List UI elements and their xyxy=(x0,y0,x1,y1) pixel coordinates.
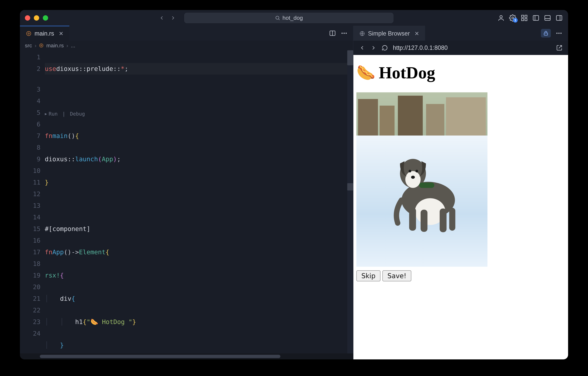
svg-point-19 xyxy=(346,33,347,34)
svg-point-36 xyxy=(415,170,418,172)
titlebar-right-icons: 1 xyxy=(497,14,563,22)
svg-rect-29 xyxy=(409,208,416,231)
dog-illustration xyxy=(386,142,462,235)
browser-url-input[interactable]: http://127.0.0.1:8080 xyxy=(393,44,551,51)
editor-tabs: main.rs ✕ xyxy=(20,26,353,41)
browser-editor-actions xyxy=(541,26,568,41)
minimap[interactable] xyxy=(347,50,353,354)
more-actions-icon[interactable] xyxy=(556,30,562,37)
tab-close-icon[interactable]: ✕ xyxy=(414,30,419,37)
lock-icon[interactable] xyxy=(541,29,551,38)
search-text: hot_dog xyxy=(283,15,303,21)
hotdog-emoji-icon: 🌭 xyxy=(356,64,376,82)
window-controls xyxy=(25,15,48,21)
history-nav xyxy=(158,15,176,21)
rendered-page: 🌭 HotDog xyxy=(356,63,565,281)
code-content[interactable]: use dioxus::prelude::*; ▶Run | Debug fn … xyxy=(45,50,353,354)
titlebar: hot_dog 1 xyxy=(20,10,568,26)
svg-point-35 xyxy=(409,170,411,172)
open-external-icon[interactable] xyxy=(556,45,562,51)
page-title: 🌭 HotDog xyxy=(356,63,565,82)
svg-point-0 xyxy=(276,16,279,19)
save-button[interactable]: Save! xyxy=(382,270,411,281)
svg-rect-5 xyxy=(522,18,524,21)
toggle-secondary-sidebar-icon[interactable] xyxy=(555,14,563,22)
globe-icon xyxy=(359,31,365,36)
dog-image xyxy=(356,92,487,267)
svg-point-14 xyxy=(28,33,30,34)
svg-rect-7 xyxy=(533,15,539,20)
settings-badge: 1 xyxy=(513,18,518,22)
browser-reload-button[interactable] xyxy=(382,45,388,51)
command-center-search[interactable]: hot_dog xyxy=(184,13,393,23)
browser-tabs: Simple Browser ✕ xyxy=(353,26,568,41)
svg-rect-23 xyxy=(544,33,548,35)
svg-rect-11 xyxy=(556,15,562,20)
svg-point-37 xyxy=(411,176,415,179)
search-icon xyxy=(275,15,280,21)
browser-back-button[interactable] xyxy=(359,45,365,51)
svg-point-17 xyxy=(341,33,343,34)
svg-point-34 xyxy=(405,171,420,188)
svg-rect-4 xyxy=(525,15,527,17)
layout-customize-icon[interactable] xyxy=(520,14,528,22)
tab-filename: main.rs xyxy=(34,30,54,37)
rust-file-icon xyxy=(26,31,32,36)
svg-point-21 xyxy=(41,45,42,46)
chevron-right-icon: › xyxy=(35,43,36,49)
browser-pane: Simple Browser ✕ xyxy=(353,26,568,359)
back-button[interactable] xyxy=(158,15,165,21)
svg-point-2 xyxy=(512,17,514,19)
svg-point-26 xyxy=(560,33,562,34)
codelens-run-debug[interactable]: ▶Run | Debug xyxy=(45,110,353,118)
page-title-text: HotDog xyxy=(379,63,435,82)
svg-rect-38 xyxy=(419,183,434,188)
tab-close-icon[interactable]: ✕ xyxy=(59,30,63,37)
svg-point-24 xyxy=(556,33,557,34)
breadcrumb-folder: src xyxy=(25,43,32,49)
browser-forward-button[interactable] xyxy=(370,45,377,51)
svg-rect-32 xyxy=(449,208,455,231)
tab-simple-browser[interactable]: Simple Browser ✕ xyxy=(353,26,425,41)
chevron-right-icon: › xyxy=(66,43,68,49)
tab-main-rs[interactable]: main.rs ✕ xyxy=(20,26,69,41)
horizontal-scrollbar[interactable] xyxy=(20,354,353,359)
code-editor[interactable]: 1 2 3 4 5 6 7 8 9 10 11 12 13 14 15 16 xyxy=(20,50,353,354)
svg-point-20 xyxy=(40,44,43,47)
breadcrumb-file: main.rs xyxy=(46,43,64,49)
svg-rect-30 xyxy=(420,210,427,232)
svg-point-13 xyxy=(27,31,31,36)
editor-body: main.rs ✕ src › xyxy=(20,26,568,359)
editor-actions xyxy=(329,26,353,41)
editor-pane: main.rs ✕ src › xyxy=(20,26,353,359)
skip-button[interactable]: Skip xyxy=(356,270,380,281)
zoom-window-button[interactable] xyxy=(43,15,48,21)
svg-rect-3 xyxy=(522,15,524,17)
close-window-button[interactable] xyxy=(25,15,30,21)
svg-point-1 xyxy=(500,15,502,18)
account-icon[interactable] xyxy=(497,14,505,22)
rust-file-icon xyxy=(39,43,44,48)
vscode-window: hot_dog 1 xyxy=(20,10,568,359)
page-buttons: Skip Save! xyxy=(356,270,565,281)
browser-tab-title: Simple Browser xyxy=(368,30,410,37)
more-actions-icon[interactable] xyxy=(341,30,347,37)
svg-rect-9 xyxy=(545,15,550,20)
line-number-gutter: 1 2 3 4 5 6 7 8 9 10 11 12 13 14 15 16 xyxy=(20,50,45,354)
browser-viewport: 🌭 HotDog xyxy=(353,55,568,359)
browser-url-bar: http://127.0.0.1:8080 xyxy=(353,41,568,55)
settings-gear-icon[interactable]: 1 xyxy=(509,14,517,22)
breadcrumb[interactable]: src › main.rs › ... xyxy=(20,41,353,50)
minimize-window-button[interactable] xyxy=(34,15,39,21)
svg-point-25 xyxy=(558,33,560,34)
toggle-primary-sidebar-icon[interactable] xyxy=(532,14,540,22)
svg-rect-6 xyxy=(525,18,527,21)
split-editor-icon[interactable] xyxy=(329,30,336,37)
toggle-panel-icon[interactable] xyxy=(544,14,552,22)
forward-button[interactable] xyxy=(170,15,176,21)
svg-rect-31 xyxy=(440,209,446,232)
breadcrumb-symbol: ... xyxy=(71,43,75,49)
svg-point-18 xyxy=(344,33,345,34)
